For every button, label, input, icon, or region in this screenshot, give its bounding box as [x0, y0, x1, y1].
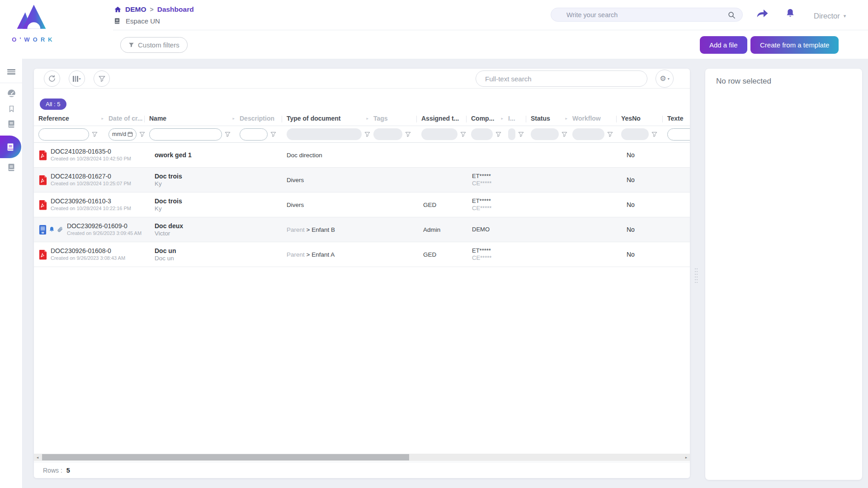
assigned-cell: GED [417, 251, 467, 258]
fulltext-search [476, 70, 647, 87]
filter-input-texte[interactable] [667, 128, 690, 141]
filter-funnel-button[interactable] [651, 131, 657, 137]
column-label: Type of document [287, 115, 341, 122]
horizontal-scrollbar[interactable]: ◄ ► [34, 454, 690, 461]
column-header-yesno[interactable]: YesNo [617, 113, 663, 126]
filter-cell-reference [34, 126, 104, 142]
rows-count: 5 [66, 467, 70, 474]
sort-arrow-icon: ▸ [232, 116, 235, 121]
file-icons: w [38, 225, 63, 235]
filter-funnel-icon [561, 131, 567, 137]
breadcrumb-root[interactable]: DEMO [125, 5, 146, 14]
table-row[interactable]: DOC230926-01610-3Created on 10/28/2024 1… [34, 192, 690, 217]
sidebar [0, 59, 23, 488]
column-label: I... [508, 115, 515, 122]
sort-arrow-icon: ▸ [501, 116, 503, 121]
scrollbar-thumb[interactable] [42, 454, 409, 460]
refresh-button[interactable] [44, 70, 60, 87]
column-header-status[interactable]: Status▸ [526, 113, 568, 126]
create-from-template-button[interactable]: Create from a template [750, 36, 839, 54]
column-header-tags[interactable]: Tags [369, 113, 417, 126]
filter-select-comp[interactable] [471, 128, 493, 140]
document-name: Doc deux [155, 222, 235, 230]
filter-input-reference[interactable] [38, 128, 89, 141]
created-timestamp: Created on 10/28/2024 10:42:50 PM [51, 155, 131, 162]
panel-resize-handle[interactable] [694, 267, 698, 283]
sidebar-item-dashboard[interactable] [0, 86, 23, 100]
column-header-workflow[interactable]: Workflow [568, 113, 617, 126]
filter-funnel-icon [270, 131, 276, 137]
table-row[interactable]: DOC230926-01608-0Created on 9/26/2023 3:… [34, 242, 690, 267]
type-label: Divers [287, 177, 304, 183]
scroll-left-icon[interactable]: ◄ [34, 454, 41, 461]
fulltext-search-input[interactable] [476, 71, 647, 86]
custom-filters-button[interactable]: Custom filters [120, 37, 188, 53]
filter-select-assigned-t[interactable] [421, 128, 458, 140]
type-label: Enfant A [311, 251, 335, 258]
filter-funnel-button[interactable] [225, 131, 231, 137]
column-header-type-of-document[interactable]: Type of document▸ [282, 113, 369, 126]
table-row[interactable]: DOC241028-01627-0Created on 10/28/2024 1… [34, 168, 690, 192]
share-icon[interactable] [756, 8, 769, 21]
filter-funnel-button[interactable] [270, 131, 276, 137]
table-settings-button[interactable]: ⚙ ▾ [656, 70, 674, 88]
filter-date-date-of-cr[interactable]: mm/d [108, 128, 137, 141]
filter-select-i[interactable] [508, 128, 515, 140]
document-reference: DOC230926-01609-0 [67, 222, 142, 230]
add-file-button[interactable]: Add a file [700, 36, 747, 54]
sidebar-item-archive[interactable] [0, 160, 23, 174]
column-header-description[interactable]: Description [235, 113, 282, 126]
notifications-bell-icon[interactable] [785, 8, 796, 21]
column-header-name[interactable]: Name▸ [145, 113, 235, 126]
filter-select-type-of-document[interactable] [287, 128, 362, 140]
column-header-i[interactable]: I... [504, 113, 526, 126]
company-primary: ET***** [472, 197, 504, 205]
column-settings-button[interactable]: ▾ [69, 70, 85, 87]
funnel-icon [99, 75, 105, 82]
filter-funnel-button[interactable] [495, 131, 501, 137]
filter-cell-texte [663, 126, 690, 142]
filter-input-name[interactable] [149, 128, 222, 141]
filter-button[interactable] [94, 70, 110, 87]
filter-funnel-button[interactable] [561, 131, 567, 137]
type-label: Divers [287, 202, 304, 208]
filter-select-tags[interactable] [373, 128, 402, 140]
filter-funnel-button[interactable] [460, 131, 466, 137]
sidebar-item-documents[interactable] [0, 117, 23, 131]
filter-input-description[interactable] [240, 128, 268, 141]
breadcrumb-current[interactable]: Dashboard [157, 5, 194, 14]
filter-funnel-button[interactable] [405, 131, 411, 137]
count-badge[interactable]: All : 5 [40, 99, 66, 110]
home-icon[interactable] [114, 6, 122, 13]
filter-funnel-button[interactable] [92, 131, 98, 137]
column-header-comp[interactable]: Comp...▸ [467, 113, 504, 126]
filter-select-status[interactable] [531, 128, 559, 140]
file-icons [38, 175, 47, 185]
type-cell: Parent > Enfant B [282, 226, 369, 233]
sidebar-item-bookmarks[interactable] [0, 102, 23, 116]
app-logo[interactable]: O'WORK [5, 2, 59, 43]
scroll-right-icon[interactable]: ► [683, 454, 690, 461]
filter-select-workflow[interactable] [572, 128, 604, 140]
column-label: Texte [667, 115, 684, 122]
table-row[interactable]: DOC241028-01635-0Created on 10/28/2024 1… [34, 143, 690, 168]
filter-funnel-button[interactable] [607, 131, 613, 137]
alert-bell-icon [48, 226, 55, 233]
search-icon[interactable] [727, 11, 736, 21]
column-header-texte[interactable]: Texte [663, 113, 690, 126]
sort-arrow-icon: ▸ [565, 116, 567, 121]
yesno-cell: No [617, 151, 663, 159]
global-search-input[interactable] [551, 8, 742, 21]
column-header-assigned-t[interactable]: Assigned t... [417, 113, 467, 126]
column-header-date-of-cr[interactable]: Date of cr... [104, 113, 145, 126]
filter-funnel-button[interactable] [518, 131, 524, 137]
user-menu[interactable]: Director ▾ [814, 12, 846, 20]
sidebar-toggle[interactable] [0, 65, 23, 79]
table-row[interactable]: wDOC230926-01609-0Created on 9/26/2023 3… [34, 217, 690, 242]
filter-select-yesno[interactable] [621, 128, 649, 140]
table-filter-row: mm/d [34, 126, 690, 143]
sidebar-item-ged-active[interactable] [0, 136, 21, 158]
company-primary: DEMO [472, 226, 504, 233]
column-header-reference[interactable]: Reference▸ [34, 113, 104, 126]
created-timestamp: Created on 9/26/2023 3:08:43 AM [51, 255, 125, 262]
